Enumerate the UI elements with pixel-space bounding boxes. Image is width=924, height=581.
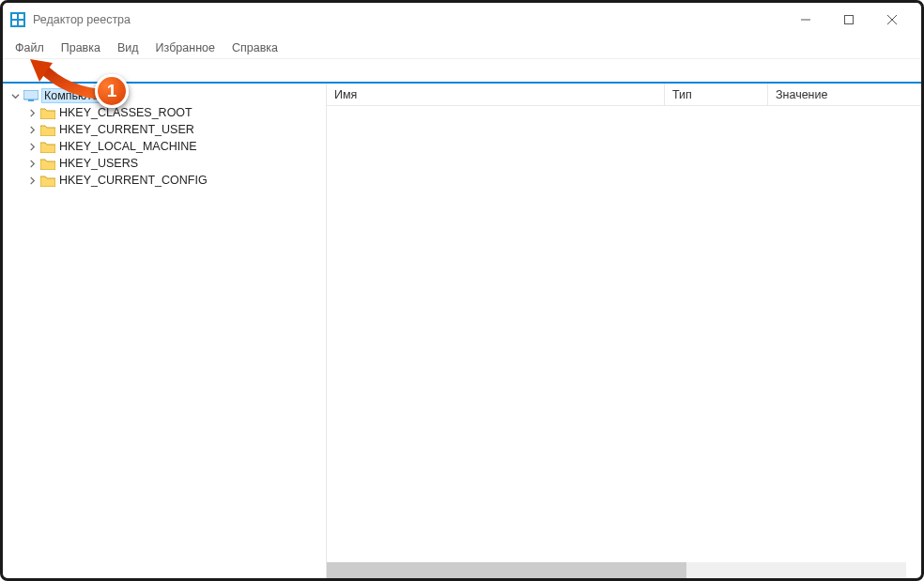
registry-editor-window: Редактор реестра Файл Правка Вид Избранн… (0, 0, 924, 581)
close-button[interactable] (870, 6, 914, 34)
menu-help[interactable]: Справка (223, 38, 286, 57)
content-area: Компьютер HKEY_CLASSES_ROOT HKEY_CURRENT… (3, 84, 921, 578)
folder-icon (40, 124, 55, 136)
svg-rect-4 (19, 21, 23, 25)
tree-hive-row[interactable]: HKEY_CURRENT_USER (8, 121, 326, 138)
tree-hive-row[interactable]: HKEY_LOCAL_MACHINE (8, 138, 326, 155)
window-title: Редактор реестра (33, 13, 131, 26)
svg-rect-2 (19, 14, 23, 19)
tree-hive-row[interactable]: HKEY_CLASSES_ROOT (8, 104, 326, 121)
chevron-right-icon[interactable] (25, 140, 38, 153)
tree-hive-label: HKEY_CURRENT_USER (59, 123, 194, 136)
svg-rect-9 (23, 90, 38, 99)
list-body[interactable] (327, 106, 921, 578)
value-list: Имя Тип Значение (327, 84, 921, 578)
chevron-down-icon[interactable] (8, 89, 22, 102)
maximize-button[interactable] (827, 6, 870, 34)
tree-hive-label: HKEY_USERS (59, 157, 138, 170)
tree-hive-label: HKEY_LOCAL_MACHINE (59, 140, 197, 153)
svg-rect-3 (12, 21, 17, 25)
tree-hive-row[interactable]: HKEY_USERS (8, 155, 326, 172)
key-tree[interactable]: Компьютер HKEY_CLASSES_ROOT HKEY_CURRENT… (3, 84, 327, 578)
svg-rect-6 (845, 16, 854, 24)
menu-view[interactable]: Вид (109, 38, 147, 57)
chevron-right-icon[interactable] (25, 157, 38, 170)
menu-file[interactable]: Файл (7, 38, 53, 57)
column-header-name[interactable]: Имя (327, 84, 665, 105)
chevron-right-icon[interactable] (25, 106, 38, 119)
tree-root-label: Компьютер (42, 89, 107, 102)
folder-icon (40, 107, 55, 119)
column-header-value[interactable]: Значение (768, 84, 921, 105)
tree-root-row[interactable]: Компьютер (8, 87, 326, 104)
list-header: Имя Тип Значение (327, 84, 921, 106)
regedit-icon (10, 12, 25, 27)
folder-icon (40, 158, 55, 170)
menu-favorites[interactable]: Избранное (147, 38, 223, 57)
menubar: Файл Правка Вид Избранное Справка (3, 37, 921, 59)
column-header-type[interactable]: Тип (665, 84, 768, 105)
folder-icon (40, 141, 55, 153)
svg-rect-1 (12, 14, 17, 19)
tree-hive-label: HKEY_CURRENT_CONFIG (59, 174, 208, 187)
titlebar: Редактор реестра (3, 3, 921, 37)
folder-icon (40, 175, 55, 187)
svg-rect-10 (28, 99, 34, 101)
tree-hive-label: HKEY_CLASSES_ROOT (59, 106, 192, 119)
computer-icon (23, 90, 38, 101)
tree-hive-row[interactable]: HKEY_CURRENT_CONFIG (8, 172, 326, 189)
chevron-right-icon[interactable] (25, 123, 38, 136)
menu-edit[interactable]: Правка (53, 38, 109, 57)
minimize-button[interactable] (784, 6, 827, 34)
address-bar[interactable] (3, 59, 921, 84)
chevron-right-icon[interactable] (25, 174, 38, 187)
scrollbar-thumb[interactable] (327, 562, 686, 578)
horizontal-scrollbar[interactable] (327, 562, 906, 578)
